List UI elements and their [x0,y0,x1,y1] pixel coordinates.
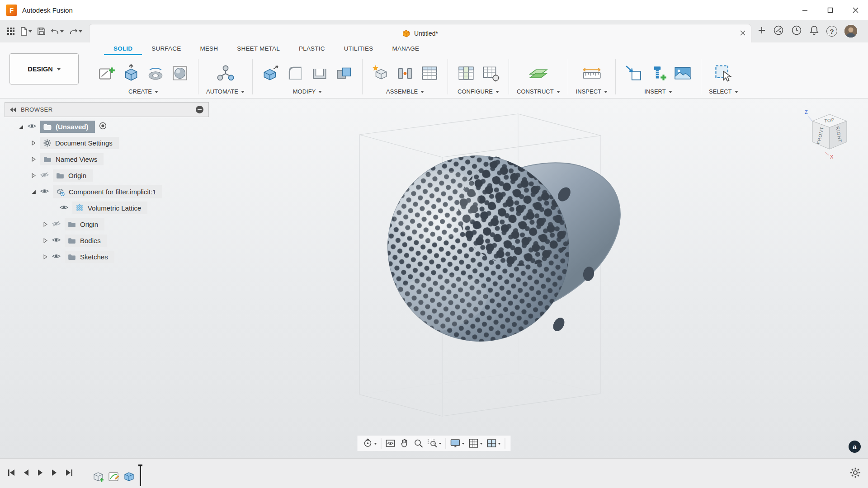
visibility-eye-icon[interactable] [40,188,49,196]
play-button[interactable] [37,469,44,479]
tab-manage[interactable]: MANAGE [382,45,429,55]
collapse-all-icon[interactable] [196,106,203,113]
go-to-start-button[interactable] [7,469,16,479]
assistant-icon[interactable]: a [849,441,861,453]
tree-item-document-settings[interactable]: Document Settings [5,135,209,151]
tab-solid[interactable]: SOLID [104,45,142,55]
view-cube[interactable]: Z TOP FRONT RIGHT X [801,107,857,163]
tree-item-origin-component[interactable]: Origin [5,216,209,232]
go-to-end-button[interactable] [65,469,73,479]
form-feature-icon[interactable] [92,470,104,484]
tree-item-volumetric-lattice[interactable]: Volumetric Lattice [5,200,209,216]
primitive-icon[interactable] [170,63,190,84]
job-status-icon[interactable] [791,25,802,38]
undo-button[interactable] [48,23,66,39]
configure-dropdown[interactable]: CONFIGURE [458,88,499,95]
tab-plastic[interactable]: PLASTIC [289,45,335,55]
select-dropdown[interactable]: SELECT [709,88,738,95]
file-menu-button[interactable] [18,23,34,39]
timeline-settings-gear-icon[interactable] [850,467,861,480]
tree-item-named-views[interactable]: Named Views [5,151,209,167]
construction-plane-icon[interactable] [528,63,549,84]
orbit-icon[interactable] [363,438,377,448]
help-icon[interactable]: ? [826,26,837,37]
browser-header[interactable]: BROWSER [5,102,209,117]
insert-image-icon[interactable] [672,63,693,84]
save-button[interactable] [35,23,47,39]
visibility-eye-icon[interactable] [52,237,61,244]
insert-dropdown[interactable]: INSERT [644,88,672,95]
apps-grid-icon[interactable] [5,23,17,39]
close-button[interactable] [843,0,868,20]
collapsed-arrow-icon[interactable] [31,173,36,178]
grid-display-icon[interactable] [469,438,483,448]
tab-mesh[interactable]: MESH [190,45,227,55]
revolve-icon[interactable] [145,63,166,84]
tree-item-sketches[interactable]: Sketches [5,249,209,265]
insert-derive-icon[interactable] [623,63,644,84]
minimize-button[interactable] [792,0,817,20]
combine-icon[interactable] [334,63,354,84]
redo-button[interactable] [67,23,85,39]
document-tab[interactable]: Untitled* [89,24,751,42]
body-feature-icon[interactable] [123,470,135,484]
tree-item-bodies[interactable]: Bodies [5,232,209,249]
tree-item-component[interactable]: Component for filter.implicit:1 [5,183,209,200]
tree-item-origin-root[interactable]: Origin [5,167,209,183]
collapsed-arrow-icon[interactable] [42,238,48,243]
measure-icon[interactable] [581,63,602,84]
configuration-table-icon[interactable] [456,63,476,84]
maximize-button[interactable] [817,0,843,20]
tab-utilities[interactable]: UTILITIES [335,45,383,55]
press-pull-icon[interactable] [260,63,281,84]
timeline-position-marker[interactable] [140,465,141,486]
zoom-icon[interactable] [414,438,424,448]
shell-icon[interactable] [309,63,330,84]
extrude-icon[interactable] [121,63,142,84]
display-settings-icon[interactable] [450,438,465,448]
collapsed-arrow-icon[interactable] [42,254,48,259]
notifications-bell-icon[interactable] [809,25,819,38]
activate-radio-icon[interactable] [99,122,107,131]
visibility-off-eye-icon[interactable] [40,172,49,179]
look-at-icon[interactable] [386,438,396,448]
viewport-canvas[interactable]: BROWSER (Unsaved) [0,99,868,458]
visibility-off-eye-icon[interactable] [52,221,61,228]
manage-configurations-icon[interactable] [480,63,501,84]
visibility-eye-icon[interactable] [52,253,61,261]
collapsed-arrow-icon[interactable] [42,222,48,227]
new-tab-button[interactable] [758,26,766,36]
step-forward-button[interactable] [51,469,58,479]
fillet-icon[interactable] [285,63,306,84]
root-document[interactable]: (Unsaved) [40,121,95,133]
inspect-dropdown[interactable]: INSPECT [576,88,608,95]
workspace-selector[interactable]: DESIGN [9,53,79,84]
automate-icon[interactable] [215,63,236,84]
window-zoom-icon[interactable] [428,438,442,448]
collapse-panel-icon[interactable] [10,108,16,112]
visibility-eye-icon[interactable] [60,204,68,212]
joint-icon[interactable] [395,63,415,84]
extensions-icon[interactable] [773,25,784,38]
pan-icon[interactable] [400,438,410,448]
tab-close-icon[interactable] [740,29,745,38]
visibility-eye-icon[interactable] [28,123,36,131]
bom-table-icon[interactable] [419,63,440,84]
collapsed-arrow-icon[interactable] [31,141,36,145]
viewports-icon[interactable] [487,438,501,448]
collapsed-arrow-icon[interactable] [31,157,36,162]
insert-fastener-icon[interactable] [648,63,669,84]
create-dropdown[interactable]: CREATE [128,88,158,95]
user-avatar[interactable] [844,25,857,38]
tab-surface[interactable]: SURFACE [142,45,190,55]
select-icon[interactable] [713,63,734,84]
sketch-feature-icon[interactable] [108,470,120,484]
step-back-button[interactable] [23,469,30,479]
modify-dropdown[interactable]: MODIFY [293,88,322,95]
tree-item-root[interactable]: (Unsaved) [5,118,209,135]
expanded-arrow-icon[interactable] [31,189,36,194]
create-sketch-icon[interactable] [96,63,117,84]
new-component-icon[interactable] [370,63,391,84]
construct-dropdown[interactable]: CONSTRUCT [517,88,560,95]
tab-sheet-metal[interactable]: SHEET METAL [227,45,289,55]
